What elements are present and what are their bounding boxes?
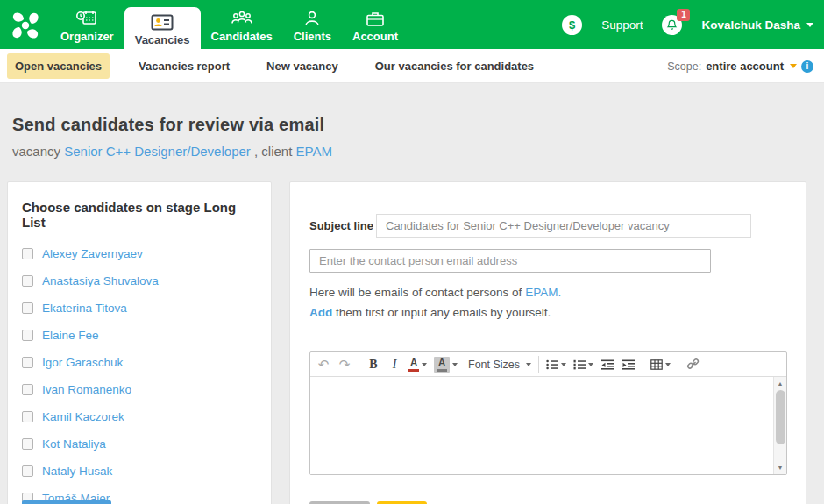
scrollbar-thumb[interactable] <box>776 390 785 444</box>
font-sizes-dropdown[interactable]: Font Sizes <box>461 354 535 375</box>
editor-toolbar: ↶ ↷ B I A A Font Sizes <box>310 352 786 377</box>
tab-label: Vacancies <box>135 33 190 46</box>
editor-scrollbar[interactable]: ▲ ▼ <box>773 377 786 474</box>
scope-value[interactable]: entire account <box>706 60 784 73</box>
hint-text: Here will be emails of contact persons o… <box>309 286 522 299</box>
undo-button[interactable]: ↶ <box>313 354 334 375</box>
redo-button[interactable]: ↷ <box>334 354 355 375</box>
scroll-down-icon[interactable]: ▼ <box>774 462 786 473</box>
increase-indent-button[interactable] <box>618 354 639 375</box>
tab-label: Account <box>352 30 398 43</box>
table-button[interactable] <box>647 354 674 375</box>
numbered-list-button[interactable] <box>570 354 597 375</box>
cleverstaff-logo-icon[interactable] <box>8 8 43 43</box>
tab-account[interactable]: Account <box>342 0 408 49</box>
text-color-button[interactable]: A <box>405 354 430 375</box>
undo-icon: ↶ <box>318 358 330 371</box>
contact-email-input[interactable] <box>309 249 711 273</box>
candidate-checkbox[interactable] <box>22 275 33 287</box>
background-color-button[interactable]: A <box>430 354 461 375</box>
table-icon <box>650 359 663 370</box>
billing-dollar-icon[interactable]: $ <box>562 15 582 35</box>
decrease-indent-button[interactable] <box>597 354 618 375</box>
email-hints: Here will be emails of contact persons o… <box>309 282 786 323</box>
bullet-list-icon <box>546 359 558 370</box>
bold-button[interactable]: B <box>363 354 384 375</box>
decrease-indent-icon <box>601 359 614 370</box>
partial-bottom-button[interactable] <box>22 500 111 504</box>
bullet-list-button[interactable] <box>543 354 570 375</box>
candidates-list: Alexey Zavernyaev Anastasiya Shuvalova E… <box>22 240 257 504</box>
candidate-checkbox[interactable] <box>22 248 33 259</box>
user-menu[interactable]: Kovalchuk Dasha <box>701 18 813 32</box>
candidates-panel: Choose candidates on stage Long List Ale… <box>7 181 272 504</box>
tab-organizer[interactable]: Organizer <box>50 0 124 49</box>
tab-label: Candidates <box>211 30 273 43</box>
toolbar-divider <box>643 356 643 373</box>
candidate-name-link[interactable]: Kot Nataliya <box>42 437 106 451</box>
candidate-checkbox[interactable] <box>22 411 33 422</box>
candidate-row: Alexey Zavernyaev <box>22 240 257 267</box>
candidate-name-link[interactable]: Anastasiya Shuvalova <box>42 274 159 287</box>
toolbar-divider <box>678 356 678 373</box>
chevron-down-icon <box>588 363 593 366</box>
candidate-checkbox[interactable] <box>22 357 33 368</box>
subnav-open-vacancies[interactable]: Open vacancies <box>7 53 110 79</box>
subtitle-prefix: vacancy <box>12 144 60 159</box>
chevron-down-icon[interactable] <box>790 64 797 68</box>
italic-icon: I <box>393 358 397 372</box>
link-icon <box>686 358 700 370</box>
notifications-button[interactable]: 1 <box>662 15 682 35</box>
scope-label: Scope: <box>667 60 701 73</box>
add-link[interactable]: Add <box>309 306 332 319</box>
candidate-row: Nataly Husak <box>22 458 257 485</box>
header-right-cluster: $ Support 1 Kovalchuk Dasha <box>562 0 813 49</box>
candidates-panel-title: Choose candidates on stage Long List <box>22 200 257 230</box>
candidate-checkbox[interactable] <box>22 438 33 450</box>
hint-line-1: Here will be emails of contact persons o… <box>309 282 786 302</box>
subnav-new-vacancy[interactable]: New vacancy <box>259 53 346 79</box>
editor-content-area[interactable]: ▲ ▼ <box>310 377 786 474</box>
tab-vacancies[interactable]: Vacancies <box>124 7 201 49</box>
candidate-name-link[interactable]: Elaine Fee <box>42 329 99 342</box>
candidate-name-link[interactable]: Nataly Husak <box>42 465 112 478</box>
italic-button[interactable]: I <box>384 354 405 375</box>
main-tabs: Organizer Vacancies <box>50 0 408 49</box>
candidate-checkbox[interactable] <box>22 330 33 341</box>
hint-text: them first or input any emails by yourse… <box>336 306 551 319</box>
client-person-icon <box>302 8 322 29</box>
candidate-checkbox[interactable] <box>22 384 33 395</box>
scroll-up-icon[interactable]: ▲ <box>774 378 786 389</box>
candidate-row: Ekaterina Titova <box>22 295 257 322</box>
candidate-row: Ivan Romanenko <box>22 376 257 403</box>
vacancy-badge-icon <box>151 11 174 32</box>
tab-clients[interactable]: Clients <box>283 0 342 49</box>
scope-selector: Scope: entire account i <box>667 49 813 83</box>
subnav-our-vacancies[interactable]: Our vacancies for candidates <box>367 53 542 79</box>
insert-link-button[interactable] <box>682 354 703 375</box>
subject-input[interactable] <box>376 214 751 238</box>
subnav-vacancies-report[interactable]: Vacancies report <box>131 53 238 79</box>
candidate-name-link[interactable]: Ivan Romanenko <box>42 383 131 396</box>
info-icon[interactable]: i <box>801 60 813 73</box>
account-briefcase-icon <box>365 8 386 29</box>
candidate-name-link[interactable]: Ekaterina Titova <box>42 302 127 315</box>
candidate-name-link[interactable]: Kamil Kaczorek <box>42 410 124 423</box>
candidate-checkbox[interactable] <box>22 302 33 314</box>
notification-count-badge: 1 <box>677 9 690 21</box>
candidate-row: Kamil Kaczorek <box>22 403 257 430</box>
vacancy-link[interactable]: Senior C++ Designer/Developer <box>64 144 251 159</box>
candidate-row: Igor Garaschuk <box>22 349 257 376</box>
chevron-down-icon <box>452 363 458 366</box>
client-link[interactable]: EPAM <box>296 144 332 159</box>
increase-indent-icon <box>622 359 635 370</box>
subtitle-middle: , client <box>254 144 292 159</box>
candidate-checkbox[interactable] <box>22 465 33 477</box>
tab-candidates[interactable]: Candidates <box>201 0 283 49</box>
redo-icon: ↷ <box>339 358 351 371</box>
support-link[interactable]: Support <box>601 18 643 32</box>
epam-link[interactable]: EPAM. <box>525 286 561 299</box>
candidate-name-link[interactable]: Alexey Zavernyaev <box>42 247 143 260</box>
chevron-down-icon <box>526 363 531 366</box>
candidate-name-link[interactable]: Igor Garaschuk <box>42 356 123 369</box>
